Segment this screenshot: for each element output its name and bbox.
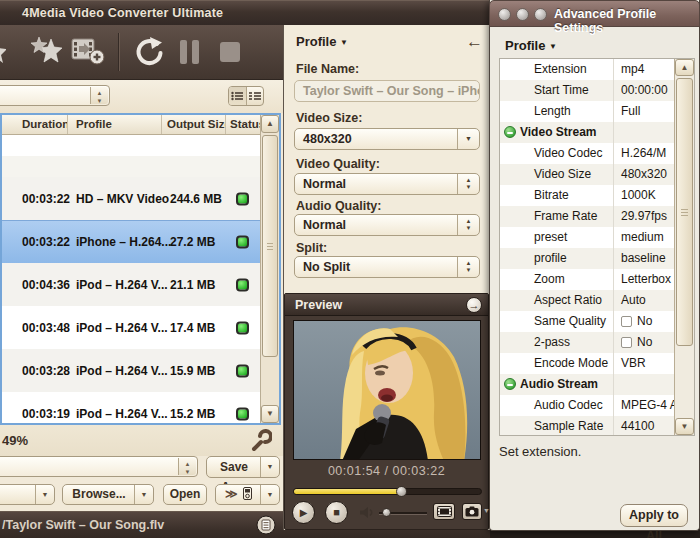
collapse-icon[interactable] <box>504 378 516 390</box>
settings-row[interactable]: ZoomLetterbox <box>500 269 694 290</box>
open-button[interactable]: Open <box>163 484 207 505</box>
settings-row[interactable]: Audio CodecMPEG-4 A <box>500 395 694 416</box>
file-list-scrollbar[interactable]: ▲ ▼ <box>260 115 279 423</box>
table-row[interactable]: 00:03:22HD – MKV Video244.6 MB <box>2 177 260 220</box>
col-duration[interactable]: Duration <box>2 115 68 134</box>
col-profile[interactable]: Profile <box>68 115 162 134</box>
col-status[interactable]: Status <box>226 115 260 134</box>
scroll-down-icon[interactable]: ▼ <box>261 405 279 423</box>
setting-value[interactable]: 1000K <box>621 188 656 202</box>
setting-value[interactable]: baseline <box>621 251 666 265</box>
play-button[interactable]: ▶ <box>292 501 315 524</box>
filter-combo[interactable]: ▲▼ <box>0 85 110 106</box>
setting-value[interactable]: No <box>621 335 652 349</box>
setting-value[interactable]: mp4 <box>621 62 644 76</box>
profile-caret-icon[interactable]: ▼ <box>340 38 348 47</box>
convert-icon[interactable] <box>132 36 166 70</box>
apply-to-all-button[interactable]: Apply to All <box>620 504 688 527</box>
settings-row[interactable]: presetmedium <box>500 227 694 248</box>
settings-titlebar[interactable]: Advanced Profile Settings <box>489 0 700 27</box>
preview-video-frame[interactable] <box>293 320 481 460</box>
format-dropdown-icon[interactable]: ▼ <box>35 485 54 504</box>
file-info-icon[interactable] <box>256 515 276 535</box>
stop-conversion-icon[interactable] <box>218 40 242 64</box>
destination-input[interactable]: ▲▼ <box>0 456 198 477</box>
settings-section-caret-icon[interactable]: ▼ <box>549 42 557 51</box>
save-as-dropdown-icon[interactable]: ▼ <box>260 457 279 477</box>
wrench-icon[interactable] <box>248 427 272 453</box>
expand-preview-icon[interactable]: → <box>466 297 482 313</box>
table-row[interactable]: 00:04:36iPod – H.264 V...21.1 MB <box>2 263 260 306</box>
snapshot-button[interactable] <box>462 503 482 520</box>
setting-value[interactable]: Letterbox <box>621 272 671 286</box>
settings-scroll-down-icon[interactable]: ▼ <box>675 418 694 435</box>
checkbox-unchecked[interactable] <box>621 337 632 348</box>
zoom-window-button[interactable] <box>534 8 547 21</box>
seek-handle[interactable] <box>396 486 407 497</box>
checkbox-unchecked[interactable] <box>621 316 632 327</box>
seek-bar[interactable] <box>293 488 482 495</box>
device-dropdown-icon[interactable]: ▼ <box>260 485 279 504</box>
settings-group-row[interactable]: Audio Stream <box>500 374 694 395</box>
settings-row[interactable]: Aspect RatioAuto <box>500 290 694 311</box>
settings-row[interactable]: Sample Rate44100 <box>500 416 694 436</box>
volume-slider[interactable] <box>379 512 427 514</box>
destination-stepper-icon[interactable]: ▲▼ <box>178 458 196 475</box>
scroll-thumb[interactable] <box>262 135 278 357</box>
audio-quality-dropdown[interactable]: Normal ▲▼ <box>294 214 480 236</box>
setting-value[interactable]: medium <box>621 230 664 244</box>
settings-scroll-thumb[interactable] <box>676 78 693 346</box>
video-quality-stepper-icon[interactable]: ▲▼ <box>457 174 479 194</box>
video-size-dropdown[interactable]: 480x320 ▼ <box>294 128 480 150</box>
settings-row[interactable]: LengthFull <box>500 101 694 122</box>
collapse-icon[interactable] <box>504 126 516 138</box>
table-row[interactable]: 00:03:22iPhone – H.264...27.2 MB <box>2 220 260 263</box>
stop-button[interactable]: ■ <box>325 501 348 524</box>
setting-value[interactable]: 00:00:00 <box>621 83 668 97</box>
settings-group-row[interactable]: Video Stream <box>500 122 694 143</box>
settings-scroll-up-icon[interactable]: ▲ <box>675 59 694 76</box>
table-row[interactable]: 00:03:48iPod – H.264 V...17.4 MB <box>2 306 260 349</box>
setting-value[interactable]: 44100 <box>621 419 654 433</box>
minimize-window-button[interactable] <box>516 8 529 21</box>
setting-value[interactable]: Full <box>621 104 640 118</box>
format-dropdown[interactable]: ▼ <box>0 484 55 505</box>
settings-row[interactable]: profilebaseline <box>500 248 694 269</box>
col-output-size[interactable]: Output Size <box>162 115 226 134</box>
split-dropdown[interactable]: No Split ▲▼ <box>294 256 480 278</box>
settings-row[interactable]: Video CodecH.264/M <box>500 143 694 164</box>
pause-icon[interactable] <box>178 38 202 66</box>
browse-dropdown-icon[interactable]: ▼ <box>134 485 153 504</box>
volume-icon[interactable] <box>359 506 375 519</box>
back-arrow-icon[interactable]: ← <box>466 32 483 52</box>
detail-view-button[interactable] <box>229 87 246 105</box>
settings-row[interactable]: Frame Rate29.97fps <box>500 206 694 227</box>
settings-row[interactable]: Video Size480x320 <box>500 164 694 185</box>
table-row[interactable]: 00:03:19iPod – H.264 V...15.2 MB <box>2 392 260 421</box>
settings-row[interactable]: Extensionmp4 <box>500 59 694 80</box>
volume-handle[interactable] <box>382 508 391 517</box>
settings-row[interactable]: Same QualityNo <box>500 311 694 332</box>
partial-star-icon[interactable] <box>0 39 6 65</box>
filter-stepper-icon[interactable]: ▲▼ <box>90 87 108 104</box>
compact-view-button[interactable] <box>246 87 264 105</box>
add-file-icon[interactable] <box>70 35 106 67</box>
settings-scrollbar[interactable]: ▲ ▼ <box>674 59 694 435</box>
setting-value[interactable]: 480x320 <box>621 167 667 181</box>
table-row[interactable]: 00:03:28iPod – H.264 V...15.9 MB <box>2 349 260 392</box>
settings-row[interactable]: Bitrate1000K <box>500 185 694 206</box>
setting-value[interactable]: H.264/M <box>621 146 666 160</box>
setting-value[interactable]: MPEG-4 A <box>621 398 678 412</box>
file-name-input[interactable]: Taylor Swift – Our Song – iPho <box>294 80 480 102</box>
split-stepper-icon[interactable]: ▲▼ <box>457 257 479 277</box>
settings-row[interactable]: 2-passNo <box>500 332 694 353</box>
setting-value[interactable]: 29.97fps <box>621 209 667 223</box>
video-quality-dropdown[interactable]: Normal ▲▼ <box>294 173 480 195</box>
save-as-button[interactable]: Save As... ▼ <box>206 456 280 478</box>
profile-stars-icon[interactable] <box>30 35 64 67</box>
scroll-up-icon[interactable]: ▲ <box>261 115 279 133</box>
setting-value[interactable]: VBR <box>621 356 646 370</box>
close-window-button[interactable] <box>498 8 511 21</box>
audio-quality-stepper-icon[interactable]: ▲▼ <box>457 215 479 235</box>
setting-value[interactable]: Auto <box>621 293 646 307</box>
